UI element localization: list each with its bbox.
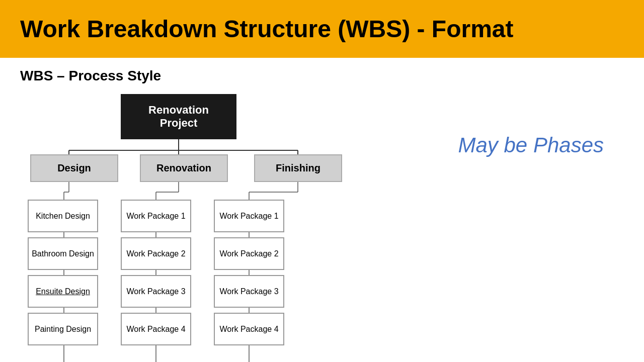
design-children: Kitchen Design Bathroom Design Ensuite D…	[28, 200, 98, 345]
renovation-node: Renovation	[140, 154, 228, 182]
finishing-node: Finishing	[254, 154, 342, 182]
finishing-child-2: Work Package 2	[214, 237, 284, 270]
finishing-child-1: Work Package 1	[214, 200, 284, 232]
page-title: Work Breakdown Structure (WBS) - Format	[20, 15, 514, 43]
renovation-child-2: Work Package 2	[121, 237, 191, 270]
design-label: Design	[30, 154, 118, 182]
renovation-child-1: Work Package 1	[121, 200, 191, 232]
design-child-4: Painting Design	[28, 313, 98, 345]
main-content: WBS – Process Style	[0, 58, 644, 104]
design-child-3: Ensuite Design	[28, 275, 98, 308]
design-child-2: Bathroom Design	[28, 237, 98, 270]
section-title: WBS – Process Style	[20, 68, 624, 84]
header: Work Breakdown Structure (WBS) - Format	[0, 0, 644, 58]
finishing-child-3: Work Package 3	[214, 275, 284, 308]
renovation-child-3: Work Package 3	[121, 275, 191, 308]
may-be-phases-text: May be Phases	[458, 133, 604, 157]
root-node: Renovation Project	[121, 94, 236, 139]
renovation-label: Renovation	[140, 154, 228, 182]
finishing-child-4: Work Package 4	[214, 313, 284, 345]
finishing-label: Finishing	[254, 154, 342, 182]
design-child-1: Kitchen Design	[28, 200, 98, 232]
finishing-children: Work Package 1 Work Package 2 Work Packa…	[214, 200, 284, 345]
design-node: Design	[30, 154, 118, 182]
renovation-child-4: Work Package 4	[121, 313, 191, 345]
renovation-children: Work Package 1 Work Package 2 Work Packa…	[121, 200, 191, 345]
